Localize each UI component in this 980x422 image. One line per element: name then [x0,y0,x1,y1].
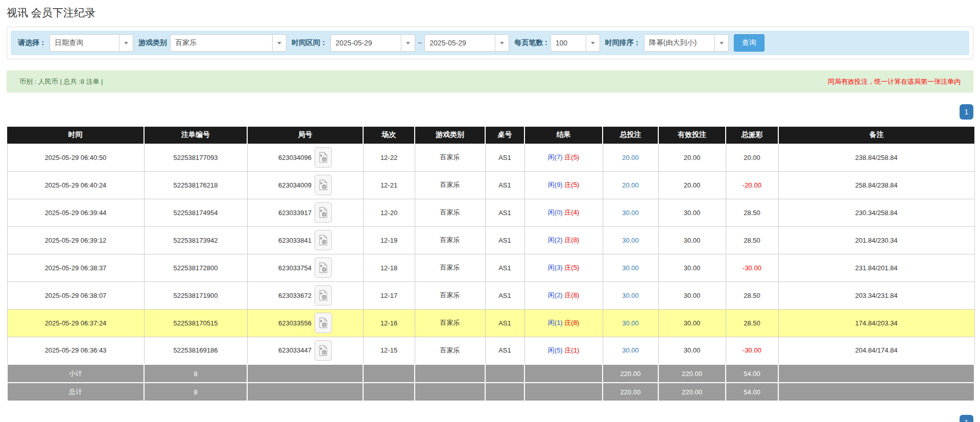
table-header-row: 时间注单编号局号场次游戏类别桌号结果总投注有效投注总派彩备注 [7,127,974,144]
game-type-dropdown-button[interactable] [273,34,286,52]
cell-total-bet: 20.00 [603,144,658,171]
total-bet-link[interactable]: 30.00 [622,292,639,299]
date-to-input[interactable] [424,34,495,52]
total-bet-link[interactable]: 20.00 [622,181,639,189]
date-to-picker[interactable] [424,34,509,52]
video-replay-button[interactable] [315,147,332,168]
video-replay-button[interactable] [315,313,332,333]
result-banker: 庄(5) [564,153,579,161]
result-player: 闲(0) [548,208,563,216]
query-type-value[interactable] [50,34,119,52]
cell-session: 12-19 [363,226,415,254]
game-type-value[interactable] [170,34,273,52]
result-banker: 庄(5) [564,264,579,271]
round-id-wrap: 623033556 [278,313,332,333]
video-file-icon [319,179,328,191]
video-replay-button[interactable] [315,202,332,223]
page-size-dropdown-button[interactable] [586,34,600,52]
cell-table-no: AS1 [485,282,524,309]
cell-game-type: 百家乐 [415,309,485,337]
page-size-value[interactable] [551,34,586,52]
summary-cell-5 [485,364,524,383]
records-table: 时间注单编号局号场次游戏类别桌号结果总投注有效投注总派彩备注 2025-05-2… [7,127,975,402]
summary-cell-10 [778,383,974,401]
column-header: 结果 [524,127,603,144]
date-from-picker[interactable] [330,34,415,52]
video-replay-button[interactable] [315,230,332,250]
video-file-icon [319,290,328,301]
query-type-dropdown-button[interactable] [119,34,133,52]
game-type-select[interactable] [170,34,286,52]
video-replay-button[interactable] [315,285,332,306]
video-replay-button[interactable] [315,340,332,361]
chevron-down-icon [720,42,724,44]
video-file-icon [319,262,328,273]
cell-table-no: AS1 [485,226,524,254]
cell-round-id: 623033754 [247,254,363,282]
total-bet-link[interactable]: 30.00 [622,264,639,272]
cell-time: 2025-05-29 06:40:24 [7,171,144,199]
select-type-label: 请选择： [18,38,46,48]
page-title: 视讯 会员下注纪录 [7,6,980,20]
date-from-input[interactable] [330,34,401,52]
round-number: 623034009 [278,181,312,189]
chevron-down-icon [591,42,595,44]
total-bet-link[interactable]: 30.00 [622,237,639,244]
cell-valid-bet: 30.00 [658,226,726,254]
cell-session: 12-17 [363,282,415,309]
cell-bet-id: 522538176218 [144,171,247,199]
chevron-down-icon [500,42,504,44]
cell-payout: 20.00 [726,144,778,171]
cell-payout: -30.00 [726,254,778,282]
query-button[interactable]: 查询 [734,34,764,52]
query-type-select[interactable] [50,34,133,52]
total-bet-link[interactable]: 30.00 [622,319,639,327]
cell-payout: 28.50 [726,309,778,337]
date-to-dropdown-button[interactable] [495,34,509,52]
cell-remark: 174.84/203.34 [778,309,974,337]
table-row: 2025-05-29 06:38:07522538171900623033672… [7,282,974,309]
summary-cell-1: 8 [144,364,247,383]
round-id-wrap: 623033672 [278,285,332,306]
total-bet-link[interactable]: 20.00 [622,154,639,161]
cell-game-type: 百家乐 [415,171,485,199]
round-number: 623034096 [278,154,312,161]
cell-game-type: 百家乐 [415,337,485,364]
cell-round-id: 623033556 [247,309,363,337]
total-bet-link[interactable]: 30.00 [622,209,639,217]
cell-result: 闲(7) 庄(5) [524,144,603,171]
cell-table-no: AS1 [485,254,524,282]
date-from-dropdown-button[interactable] [401,34,415,52]
time-sort-dropdown-button[interactable] [715,34,729,52]
cell-bet-id: 522538172800 [144,254,247,282]
cell-time: 2025-05-29 06:39:12 [7,226,144,254]
time-sort-value[interactable] [644,34,715,52]
summary-cell-9: 54.00 [726,383,778,401]
time-range-label: 时间区间： [292,38,327,48]
info-bar: 币别 : 人民币 | 总共 :8 注单 | 同局有效投注，统一计算在该局第一张注… [7,71,973,92]
result-player: 闲(9) [548,181,563,189]
cell-game-type: 百家乐 [415,226,485,254]
pagination-bottom: 1 [7,415,973,422]
summary-cell-0: 小计 [7,364,144,383]
table-row: 2025-05-29 06:36:43522538169186623033447… [7,337,974,364]
page-size-label: 每页笔数 : [514,38,547,48]
cell-result: 闲(3) 庄(5) [524,254,603,282]
cell-time: 2025-05-29 06:38:37 [7,254,144,282]
time-sort-label: 时间排序： [605,38,641,48]
page-size-select[interactable] [551,34,600,52]
result-player: 闲(1) [548,319,563,326]
page-1-button-bottom[interactable]: 1 [960,415,973,422]
subtotal-row: 小计8220.00220.0054.00 [7,364,974,383]
page-1-button[interactable]: 1 [960,104,973,120]
table-row: 2025-05-29 06:40:24522538176218623034009… [7,171,974,199]
summary-cell-3 [363,364,415,383]
time-sort-select[interactable] [644,34,729,52]
total-bet-link[interactable]: 30.00 [622,346,639,354]
video-replay-button[interactable] [315,175,332,195]
pagination-top: 1 [7,104,973,120]
video-replay-button[interactable] [315,257,332,278]
summary-cell-4 [415,364,485,383]
round-id-wrap: 623034096 [278,147,332,168]
cell-bet-id: 522538174954 [144,199,247,226]
